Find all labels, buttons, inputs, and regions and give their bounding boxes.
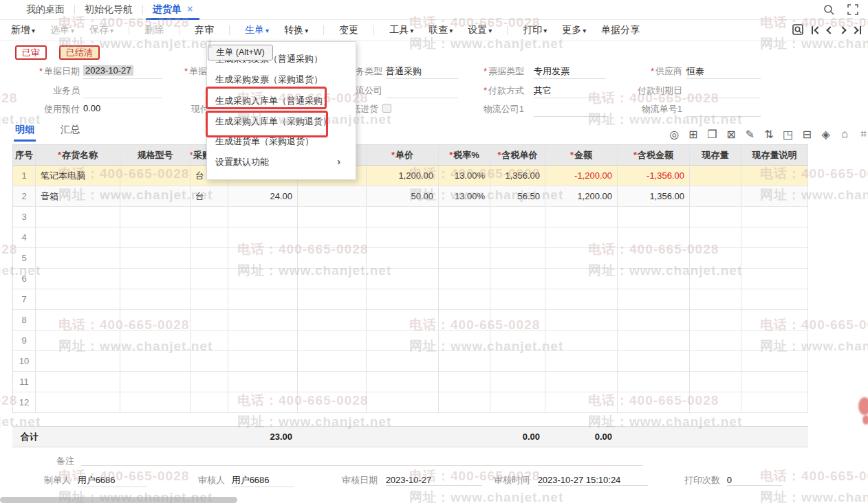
salesman-input[interactable] bbox=[83, 85, 162, 98]
table-cell[interactable] bbox=[36, 310, 120, 331]
table-cell[interactable] bbox=[618, 248, 690, 269]
tab-detail[interactable]: 明细 bbox=[15, 124, 34, 136]
table-cell[interactable] bbox=[120, 289, 191, 310]
table-cell[interactable] bbox=[690, 289, 741, 310]
table-cell[interactable] bbox=[298, 186, 367, 207]
table-cell[interactable] bbox=[36, 227, 120, 248]
table-cell[interactable] bbox=[298, 227, 367, 248]
search-icon[interactable] bbox=[823, 4, 835, 16]
table-cell[interactable]: -1,356.00 bbox=[618, 166, 690, 186]
table-cell[interactable]: 1,356.00 bbox=[618, 186, 690, 207]
table-cell[interactable] bbox=[490, 289, 545, 310]
table-cell[interactable] bbox=[618, 392, 690, 413]
fullscreen-icon[interactable] bbox=[847, 4, 858, 16]
toolbar-settings-button[interactable]: 设置▾ bbox=[468, 24, 492, 36]
tab-my-desktop[interactable]: 我的桌面 bbox=[17, 0, 74, 20]
table-cell[interactable] bbox=[490, 310, 545, 331]
layout-icon[interactable]: ⌗ bbox=[858, 128, 868, 141]
menu-item-2[interactable]: 生成采购发票（采购退货） bbox=[215, 74, 323, 86]
table-cell[interactable] bbox=[298, 351, 367, 372]
toolbar-more-button[interactable]: 更多▾ bbox=[562, 24, 586, 36]
table-cell[interactable]: 1,356.00 bbox=[490, 166, 545, 186]
table-cell[interactable] bbox=[690, 331, 741, 351]
table-cell[interactable] bbox=[741, 269, 808, 289]
table-cell[interactable] bbox=[120, 310, 191, 331]
table-cell[interactable] bbox=[439, 310, 490, 331]
table-cell[interactable] bbox=[690, 166, 741, 186]
table-cell[interactable] bbox=[439, 248, 490, 269]
table-cell[interactable] bbox=[741, 166, 808, 186]
pay-due-date-input[interactable] bbox=[686, 85, 761, 98]
table-cell[interactable] bbox=[36, 351, 120, 372]
table-cell[interactable] bbox=[228, 289, 298, 310]
table-cell[interactable] bbox=[367, 227, 439, 248]
table-cell[interactable] bbox=[618, 289, 690, 310]
table-cell[interactable] bbox=[367, 351, 439, 372]
tab-purchase-order[interactable]: 进货单× bbox=[143, 0, 202, 20]
tab-init-nav[interactable]: 初始化导航 bbox=[75, 0, 142, 20]
toolbar-generate-button[interactable]: 生单▾ bbox=[245, 24, 269, 36]
table-cell[interactable] bbox=[545, 392, 618, 413]
location-icon[interactable]: ◎ bbox=[669, 128, 680, 141]
table-cell[interactable] bbox=[36, 248, 120, 269]
table-cell[interactable] bbox=[36, 289, 120, 310]
toolbar-convert-button[interactable]: 转换▾ bbox=[284, 24, 308, 36]
table-cell[interactable] bbox=[690, 227, 741, 248]
table-cell[interactable] bbox=[298, 310, 367, 331]
table-cell[interactable]: -1,200.00 bbox=[545, 166, 618, 186]
table-cell[interactable] bbox=[545, 351, 618, 372]
table-cell[interactable] bbox=[741, 331, 808, 351]
table-cell[interactable] bbox=[298, 248, 367, 269]
table-cell[interactable] bbox=[741, 186, 808, 207]
toolbar-new-button[interactable]: 新增▾ bbox=[11, 24, 35, 36]
table-cell[interactable] bbox=[741, 248, 808, 269]
table-cell[interactable] bbox=[545, 331, 618, 351]
tab-summary[interactable]: 汇总 bbox=[61, 124, 80, 136]
table-cell[interactable] bbox=[298, 331, 367, 351]
table-cell[interactable] bbox=[367, 372, 439, 392]
table-cell[interactable] bbox=[439, 227, 490, 248]
table-cell[interactable] bbox=[120, 227, 191, 248]
remark-input[interactable] bbox=[81, 454, 643, 466]
table-cell[interactable] bbox=[490, 331, 545, 351]
table-cell[interactable] bbox=[618, 227, 690, 248]
table-cell[interactable] bbox=[439, 351, 490, 372]
table-cell[interactable]: 24.00 bbox=[228, 186, 298, 207]
table-cell[interactable] bbox=[367, 207, 439, 227]
doc-search-icon[interactable] bbox=[792, 23, 805, 36]
table-cell[interactable] bbox=[439, 392, 490, 413]
table-cell[interactable]: 音箱 bbox=[36, 186, 120, 207]
table-cell[interactable] bbox=[545, 310, 618, 331]
table-cell[interactable] bbox=[439, 207, 490, 227]
toolbar-print-button[interactable]: 打印▾ bbox=[523, 24, 547, 36]
table-cell[interactable] bbox=[490, 351, 545, 372]
table-cell[interactable] bbox=[120, 248, 191, 269]
table-cell[interactable] bbox=[228, 227, 298, 248]
close-icon[interactable]: × bbox=[187, 3, 193, 14]
prev-doc-icon[interactable] bbox=[827, 25, 833, 36]
table-cell[interactable] bbox=[191, 372, 228, 392]
table-cell[interactable] bbox=[618, 372, 690, 392]
table-cell[interactable] bbox=[741, 310, 808, 331]
table-cell[interactable] bbox=[618, 269, 690, 289]
table-cell[interactable] bbox=[690, 351, 741, 372]
table-cell[interactable]: 56.50 bbox=[490, 186, 545, 207]
table-cell[interactable] bbox=[367, 289, 439, 310]
table-cell[interactable] bbox=[439, 372, 490, 392]
invoice-type-input[interactable]: 专用发票 bbox=[534, 65, 606, 79]
table-cell[interactable] bbox=[741, 351, 808, 372]
table-cell[interactable] bbox=[741, 227, 808, 248]
table-cell[interactable] bbox=[439, 289, 490, 310]
table-cell[interactable] bbox=[741, 289, 808, 310]
last-doc-icon[interactable] bbox=[852, 25, 861, 36]
table-cell[interactable] bbox=[298, 207, 367, 227]
table-cell[interactable]: 13.00% bbox=[439, 166, 490, 186]
tag-icon[interactable]: ◈ bbox=[820, 128, 832, 141]
table-cell[interactable] bbox=[490, 248, 545, 269]
copy-row-icon[interactable]: ❐ bbox=[706, 128, 718, 141]
table-cell[interactable] bbox=[618, 351, 690, 372]
toolbar-save-button[interactable]: 保存▾ bbox=[89, 24, 113, 36]
table-cell[interactable] bbox=[36, 372, 120, 392]
delete-row-icon[interactable]: ⊠ bbox=[726, 128, 737, 141]
table-cell[interactable] bbox=[545, 372, 618, 392]
